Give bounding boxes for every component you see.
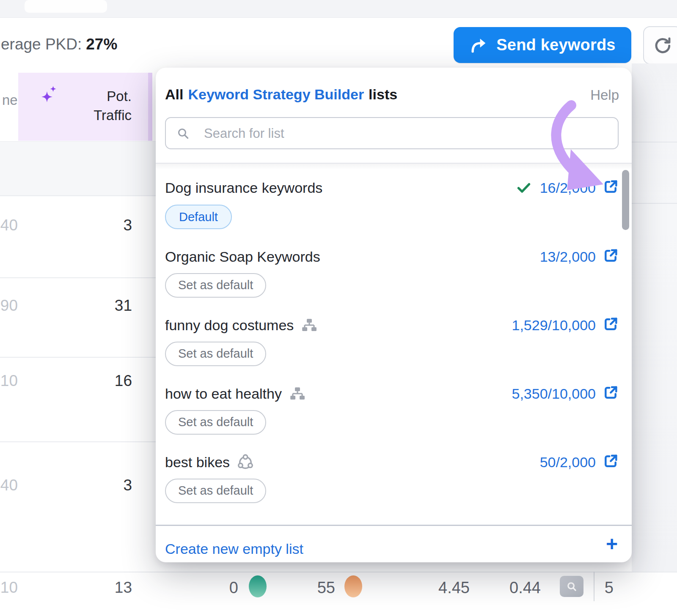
default-badge: Default — [165, 205, 232, 229]
average-pkd-label: erage PKD: — [1, 36, 82, 53]
popup-title-prefix: All — [165, 86, 183, 102]
external-link-icon[interactable] — [602, 384, 619, 401]
list-item-count-group[interactable]: 13/2,000 — [540, 246, 596, 267]
list-item-name[interactable]: funny dog costumes — [165, 315, 318, 335]
screen: erage PKD:27% Send keywords Pot. Traffic… — [0, 0, 677, 616]
volume-cell: 10 — [0, 579, 18, 597]
keyword-lists-popup: AllKeyword Strategy Builderlists Help Do… — [156, 68, 632, 562]
list-item-name[interactable]: Dog insurance keywords — [165, 178, 322, 198]
pot-traffic-column-edge — [148, 73, 152, 141]
com-cell: 0.44 — [477, 579, 541, 597]
external-link-icon[interactable] — [602, 178, 619, 195]
refresh-button[interactable] — [643, 26, 677, 64]
list-item-name[interactable]: Organic Soap Keywords — [165, 246, 320, 267]
set-default-button[interactable]: Set as default — [165, 273, 266, 298]
volume-cell: 40 — [0, 476, 18, 494]
sitemap-icon — [300, 317, 318, 334]
row-divider — [632, 203, 677, 204]
set-default-button[interactable]: Set as default — [165, 342, 266, 366]
background-table-right-strip — [632, 63, 677, 572]
left-column-header-partial: ne — [2, 92, 18, 108]
row-divider — [0, 357, 156, 358]
sf-orange-dot — [344, 575, 362, 597]
top-strip-highlight — [25, 0, 107, 13]
row-divider — [632, 142, 677, 142]
list-item-count[interactable]: 5,350/10,000 — [512, 386, 596, 402]
list-item-count-group[interactable]: 1,529/10,000 — [512, 315, 596, 335]
list-item-label: funny dog costumes — [165, 317, 294, 334]
volume-cell: 10 — [0, 372, 18, 390]
help-link[interactable]: Help — [590, 87, 619, 103]
popup-title-suffix: lists — [369, 86, 397, 102]
list-item-count[interactable]: 16/2,000 — [540, 180, 596, 196]
pot-traffic-cell: 3 — [63, 476, 132, 494]
plus-icon[interactable]: + — [606, 534, 618, 554]
search-icon — [177, 127, 190, 140]
pot-traffic-header-line1: Pot. — [18, 87, 132, 106]
set-default-button[interactable]: Set as default — [165, 479, 266, 503]
list-item-count[interactable]: 1,529/10,000 — [512, 317, 596, 334]
kd-green-dot — [249, 575, 267, 597]
scroll-shadow — [156, 164, 632, 170]
pot-traffic-cell: 13 — [63, 579, 132, 597]
popup-scrollbar-thumb[interactable] — [622, 170, 629, 230]
external-link-icon[interactable] — [602, 247, 619, 264]
row-divider — [0, 441, 156, 442]
list-item-count[interactable]: 50/2,000 — [540, 454, 596, 471]
row-divider — [0, 572, 677, 572]
average-pkd-value: 27% — [86, 36, 117, 53]
keyword-strategy-builder-link[interactable]: Keyword Strategy Builder — [188, 86, 364, 102]
footer-divider — [156, 525, 632, 526]
list-item-label: how to eat healthy — [165, 386, 282, 402]
volume-cell: 40 — [0, 216, 18, 234]
cpc-cell: 4.45 — [406, 579, 470, 597]
average-pkd-metric: erage PKD:27% — [1, 36, 117, 53]
send-keywords-label: Send keywords — [496, 36, 615, 54]
cluster-icon — [237, 454, 254, 471]
list-item-count[interactable]: 13/2,000 — [540, 249, 596, 265]
sitemap-icon — [289, 385, 306, 402]
row-divider — [0, 195, 156, 196]
volume-cell: 90 — [0, 297, 18, 315]
pot-traffic-header-line2: Traffic — [18, 106, 132, 125]
popup-title: AllKeyword Strategy Builderlists — [165, 86, 397, 103]
share-arrow-icon — [469, 36, 489, 54]
list-item-count-group[interactable]: 16/2,000 — [515, 178, 596, 198]
magnifier-glyph — [564, 579, 579, 594]
list-item-label: best bikes — [165, 454, 230, 471]
pot-traffic-cell: 3 — [63, 216, 132, 234]
search-input[interactable] — [203, 119, 607, 148]
serp-features-icon — [560, 576, 583, 597]
pot-traffic-cell: 31 — [63, 297, 132, 315]
check-icon — [515, 179, 532, 196]
sf-cell: 55 — [293, 579, 335, 597]
list-item-name[interactable]: how to eat healthy — [165, 383, 306, 404]
set-default-button[interactable]: Set as default — [165, 410, 266, 435]
kd-cell: 0 — [196, 579, 238, 597]
create-new-list-link[interactable]: Create new empty list — [165, 541, 303, 557]
row-divider — [0, 277, 156, 278]
list-item-count-group[interactable]: 5,350/10,000 — [512, 383, 596, 404]
external-link-icon[interactable] — [602, 453, 619, 470]
pot-traffic-cell: 16 — [63, 372, 132, 390]
list-item-count-group[interactable]: 50/2,000 — [540, 452, 596, 472]
send-keywords-button[interactable]: Send keywords — [454, 27, 631, 63]
refresh-icon — [653, 36, 672, 55]
list-item-name[interactable]: best bikes — [165, 452, 254, 472]
pot-traffic-header: Pot. Traffic — [18, 87, 139, 125]
search-box — [165, 117, 619, 149]
table-subheader-band — [0, 141, 156, 196]
column-divider — [594, 572, 594, 601]
results-cell: 5 — [597, 579, 614, 597]
external-link-icon[interactable] — [602, 316, 619, 333]
